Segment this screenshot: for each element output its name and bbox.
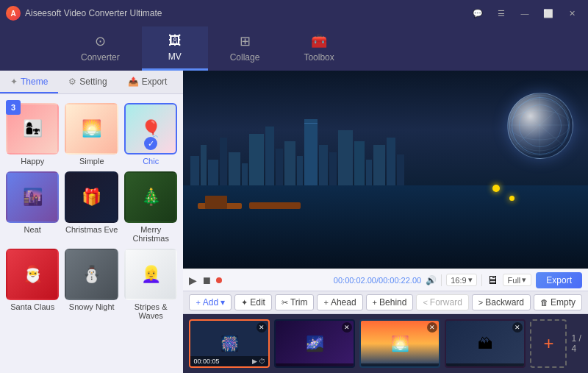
theme-item-merry-christmas[interactable]: 🎄 Merry Christmas: [124, 171, 177, 243]
play-btn[interactable]: ▶: [189, 274, 197, 286]
theme-label-stripes-waves: Stripes & Waves: [124, 302, 177, 320]
tab-mv[interactable]: 🖼 MV: [142, 26, 208, 71]
theme-grid-wrapper: 3 👩‍👧 Happy 🌅 Simple 🎈: [0, 94, 183, 373]
trim-button[interactable]: ✂ Trim: [275, 294, 315, 310]
film-item-1[interactable]: 🎆 ✕ 00:00:05 ▶ ⏱: [189, 319, 270, 368]
film-item-2[interactable]: 🌌 ✕: [274, 319, 355, 368]
toolbox-icon: 🧰: [311, 33, 327, 49]
setting-icon: ⚙: [68, 77, 76, 87]
sub-tabs: ✦ Theme ⚙ Setting 📤 Export: [0, 71, 183, 94]
screen-chevron: ▾: [522, 275, 526, 285]
svg-point-1: [509, 110, 570, 140]
edit-button[interactable]: ✦ Edit: [234, 294, 272, 310]
ahead-icon: +: [323, 298, 328, 307]
minimize-btn[interactable]: —: [514, 5, 535, 21]
theme-item-simple[interactable]: 🌅 Simple: [65, 103, 118, 166]
film-item-4[interactable]: 🏔 ✕: [445, 319, 526, 368]
sub-tab-setting[interactable]: ⚙ Setting: [58, 71, 117, 93]
theme-thumb-snowy-night: ⛄: [65, 249, 118, 300]
backward-button[interactable]: > Backward: [472, 294, 531, 310]
page-indicator: 3: [6, 100, 21, 115]
theme-label-christmas-eve: Christmas Eve: [65, 225, 118, 234]
trim-label: Trim: [290, 297, 308, 308]
video-time: 00:00:02.00/00:00:22.00: [334, 276, 421, 285]
film-overlay-3: [361, 363, 439, 366]
forward-label: Forward: [430, 297, 462, 308]
tab-toolbox[interactable]: 🧰 Toolbox: [282, 26, 356, 71]
sub-tab-theme[interactable]: ✦ Theme: [0, 71, 58, 93]
filmstrip: 🎆 ✕ 00:00:05 ▶ ⏱ 🌌 ✕ 🌅 ✕: [183, 314, 588, 373]
forward-button[interactable]: < Forward: [416, 294, 468, 310]
theme-thumb-neat: 🌆: [6, 171, 59, 223]
edit-label: Edit: [250, 297, 265, 308]
stop-btn[interactable]: ⏹: [201, 274, 212, 286]
menu-btn[interactable]: ☰: [491, 5, 512, 21]
theme-label-neat: Neat: [24, 225, 41, 234]
forward-icon: <: [423, 298, 427, 307]
snowy-night-img: ⛄: [66, 250, 116, 299]
ahead-label: Ahead: [331, 297, 356, 308]
svg-point-0: [509, 95, 570, 155]
volume-icon[interactable]: 🔊: [426, 275, 437, 285]
page-count: 1 / 4: [571, 333, 582, 354]
theme-thumb-chic: 🎈 ✓: [124, 103, 177, 154]
theme-item-chic[interactable]: 🎈 ✓ Chic: [124, 103, 177, 166]
theme-item-snowy-night[interactable]: ⛄ Snowy Night: [65, 249, 118, 320]
film-overlay-4: [446, 363, 524, 366]
trim-icon: ✂: [282, 298, 288, 308]
theme-check-chic: ✓: [144, 137, 157, 150]
behind-button[interactable]: + Behind: [366, 294, 414, 310]
screen-btn[interactable]: Full ▾: [503, 274, 532, 286]
theme-item-christmas-eve[interactable]: 🎁 Christmas Eve: [65, 171, 118, 243]
theme-item-stripes-waves[interactable]: 👱‍♀️ Stripes & Waves: [124, 249, 177, 320]
behind-label: Behind: [379, 297, 406, 308]
christmas-eve-img: 🎁: [66, 173, 116, 221]
screen-icon: 🖥: [487, 274, 498, 287]
yellow-dot-1: [492, 185, 500, 192]
titlebar-controls: 💬 ☰ — ⬜ ✕: [467, 5, 582, 21]
theme-item-neat[interactable]: 🌆 Neat: [6, 171, 59, 243]
chat-btn[interactable]: 💬: [467, 5, 488, 21]
ratio-select[interactable]: 16:9 ▾: [446, 274, 476, 286]
theme-thumb-stripes-waves: 👱‍♀️: [124, 249, 177, 300]
edit-icon: ✦: [241, 298, 248, 308]
theme-label-merry-christmas: Merry Christmas: [124, 225, 177, 243]
empty-label: Empty: [551, 297, 576, 308]
sub-tab-export[interactable]: 📤 Export: [118, 71, 178, 93]
film-add-button[interactable]: +: [530, 319, 567, 368]
simple-img: 🌅: [66, 104, 116, 153]
ahead-button[interactable]: + Ahead: [317, 294, 362, 310]
theme-label-simple: Simple: [79, 157, 104, 166]
maximize-btn[interactable]: ⬜: [538, 5, 559, 21]
empty-button[interactable]: 🗑 Empty: [534, 294, 582, 310]
theme-item-santa-claus[interactable]: 🎅 Santa Claus: [6, 249, 59, 320]
film-play-icon: ▶: [252, 358, 257, 365]
nav-tabs: ⊙ Converter 🖼 MV ⊞ Collage 🧰 Toolbox: [0, 26, 588, 71]
add-label: Add: [203, 297, 218, 308]
titlebar-left: A Aiseesoft Video Converter Ultimate: [6, 6, 162, 21]
backward-icon: >: [478, 298, 483, 307]
theme-icon: ✦: [10, 77, 18, 87]
film-duration-1: 00:00:05: [193, 358, 219, 365]
merry-christmas-img: 🎄: [126, 173, 176, 221]
right-panel: ▶ ⏹ 00:00:02.00/00:00:22.00 🔊 16:9 ▾ 🖥 F…: [183, 71, 588, 373]
sub-tab-export-label: Export: [142, 77, 168, 87]
converter-icon: ⊙: [95, 33, 106, 49]
main-content: ✦ Theme ⚙ Setting 📤 Export 3 👩‍👧 Happy: [0, 71, 588, 373]
empty-icon: 🗑: [540, 298, 548, 307]
add-button[interactable]: + Add ▾: [189, 294, 232, 310]
film-item-3[interactable]: 🌅 ✕: [359, 319, 440, 368]
close-btn[interactable]: ✕: [562, 5, 582, 21]
tab-converter[interactable]: ⊙ Converter: [59, 26, 142, 71]
video-bg: [183, 71, 588, 269]
export-icon: 📤: [128, 77, 139, 87]
divider-2: [481, 274, 482, 286]
ratio-value: 16:9: [451, 276, 466, 285]
titlebar: A Aiseesoft Video Converter Ultimate 💬 ☰…: [0, 0, 588, 26]
export-button[interactable]: Export: [536, 272, 582, 288]
theme-thumb-christmas-eve: 🎁: [65, 171, 118, 223]
film-clock-icon: ⏱: [259, 358, 265, 365]
theme-thumb-santa-claus: 🎅: [6, 249, 59, 300]
tab-collage[interactable]: ⊞ Collage: [208, 26, 282, 71]
behind-icon: +: [373, 298, 377, 307]
